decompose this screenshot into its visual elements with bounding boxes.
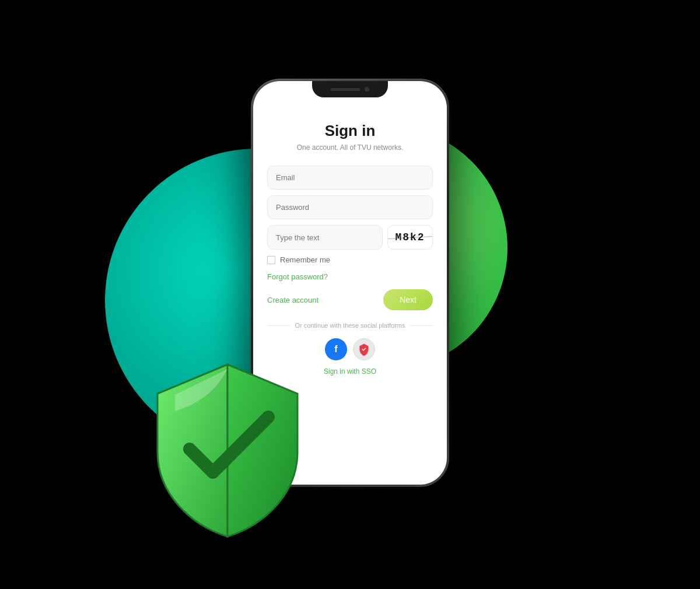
sign-in-subtitle: One account. All of TVU networks. bbox=[297, 143, 404, 152]
create-account-link[interactable]: Create account bbox=[267, 296, 318, 304]
email-field[interactable] bbox=[267, 166, 433, 190]
captcha-input[interactable] bbox=[267, 225, 383, 250]
social-buttons-row: f bbox=[267, 338, 433, 360]
sign-in-form: M8k2 Remember me Forgot password? Create… bbox=[267, 166, 433, 376]
sign-in-title: Sign in bbox=[325, 122, 376, 140]
next-button[interactable]: Next bbox=[383, 289, 433, 310]
captcha-text: M8k2 bbox=[395, 232, 425, 243]
remember-row: Remember me bbox=[267, 255, 433, 264]
divider-line-left bbox=[267, 325, 290, 326]
divider-line-right bbox=[410, 325, 433, 326]
remember-label: Remember me bbox=[280, 255, 330, 264]
forgot-password-link[interactable]: Forgot password? bbox=[267, 272, 433, 281]
shield-checkmark-icon bbox=[146, 359, 309, 539]
tvu-icon bbox=[358, 343, 370, 356]
facebook-icon: f bbox=[334, 344, 337, 355]
notch-speaker bbox=[331, 88, 360, 91]
social-divider: Or continue with these social platforms bbox=[267, 322, 433, 329]
phone-notch bbox=[312, 81, 388, 97]
shield-badge bbox=[146, 359, 309, 539]
remember-checkbox[interactable] bbox=[267, 256, 275, 264]
bottom-row: Create account Next bbox=[267, 289, 433, 310]
notch-camera bbox=[365, 87, 369, 92]
captcha-image: M8k2 bbox=[387, 225, 433, 250]
captcha-row: M8k2 bbox=[267, 225, 433, 250]
password-field[interactable] bbox=[267, 195, 433, 219]
divider-text: Or continue with these social platforms bbox=[295, 322, 405, 329]
facebook-login-button[interactable]: f bbox=[325, 338, 347, 360]
tvu-login-button[interactable] bbox=[353, 338, 375, 360]
